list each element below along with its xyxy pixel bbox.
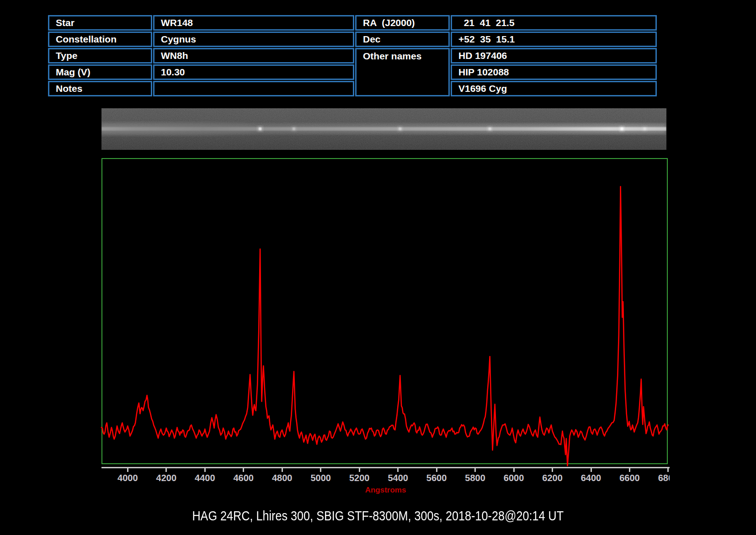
x-axis-tick (165, 468, 167, 472)
table-row: Mag (V) 10.30 HIP 102088 (48, 64, 657, 80)
notes-value (153, 81, 354, 96)
x-axis-tick (436, 468, 437, 472)
x-axis-tick (474, 468, 476, 472)
x-axis-tick-label: 5800 (465, 473, 485, 483)
mag-label: Mag (V) (48, 64, 152, 80)
table-row: Type WN8h Other names HD 197406 (48, 48, 657, 64)
x-axis-tick-label: 5400 (388, 473, 408, 483)
x-axis-tick (359, 468, 360, 472)
x-axis-title: Angstroms (101, 486, 670, 495)
dec-value: +52 35 15.1 (451, 32, 657, 47)
x-axis-tick (127, 468, 128, 472)
spectrum-strip-image (101, 108, 666, 150)
x-axis-tick (397, 468, 399, 472)
ra-label: RA (J2000) (355, 15, 450, 31)
caption-text: HAG 24RC, Lhires 300, SBIG STF-8300M, 30… (192, 508, 564, 524)
x-axis-tick (513, 468, 515, 472)
constellation-value: Cygnus (153, 32, 354, 47)
report-page: Star WR148 RA (J2000) 21 41 21.5 Constel… (0, 0, 756, 535)
x-axis-tick (552, 468, 553, 472)
x-axis-tick-label: 6000 (504, 473, 524, 483)
emission-knot-core (620, 127, 623, 130)
x-axis-tick-label: 4000 (117, 473, 138, 483)
other-names-label: Other names (355, 48, 450, 96)
emission-knot-core (259, 127, 261, 130)
caption: HAG 24RC, Lhires 300, SBIG STF-8300M, 30… (0, 508, 756, 524)
x-axis-tick-label: 6600 (619, 473, 640, 483)
x-axis-line (101, 467, 670, 468)
strip-band-core (101, 127, 666, 131)
x-axis-tick-label: 5200 (349, 473, 370, 483)
emission-knot-core (488, 127, 491, 130)
x-axis-tick-label: 6800 (658, 473, 670, 483)
other-name-3: V1696 Cyg (451, 81, 657, 96)
notes-label: Notes (48, 81, 152, 96)
x-axis-tick-label: 4800 (272, 473, 293, 483)
x-axis-tick (320, 468, 321, 472)
emission-knot-core (399, 127, 401, 130)
spectrum-plot (101, 158, 668, 464)
x-axis-tick (667, 468, 669, 472)
other-name-2: HIP 102088 (451, 64, 657, 80)
table-row: Constellation Cygnus Dec +52 35 15.1 (48, 32, 657, 47)
star-value: WR148 (153, 15, 354, 31)
x-axis-tick-label: 4400 (195, 473, 215, 483)
x-axis-tick-label: 6200 (542, 473, 563, 483)
other-name-1: HD 197406 (451, 48, 657, 64)
x-axis-tick-label: 5000 (310, 473, 331, 483)
emission-knot-core (293, 127, 295, 130)
constellation-label: Constellation (48, 32, 152, 47)
dec-label: Dec (355, 32, 450, 47)
x-axis-tick-label: 5600 (426, 473, 447, 483)
table-row: Notes V1696 Cyg (48, 81, 657, 96)
emission-knot-core (643, 127, 646, 130)
type-value: WN8h (153, 48, 354, 64)
x-axis-tick (282, 468, 283, 472)
spectrum-trace (101, 186, 668, 466)
x-axis-tick-label: 6400 (581, 473, 602, 483)
table-row: Star WR148 RA (J2000) 21 41 21.5 (48, 15, 657, 31)
x-axis-tick (629, 468, 630, 472)
spectrum-strip-svg (101, 108, 666, 150)
type-label: Type (48, 48, 152, 64)
x-axis: Angstroms 400042004400460048005000520054… (101, 467, 670, 495)
star-label: Star (48, 15, 152, 31)
x-axis-tick (204, 468, 206, 472)
x-axis-tick-label: 4200 (156, 473, 177, 483)
mag-value: 10.30 (153, 64, 354, 80)
x-axis-tick-label: 4600 (234, 473, 254, 483)
x-axis-tick (591, 468, 592, 472)
ra-value: 21 41 21.5 (451, 15, 657, 31)
spectrum-plot-svg (102, 159, 667, 463)
star-info-table: Star WR148 RA (J2000) 21 41 21.5 Constel… (47, 14, 658, 97)
x-axis-tick (243, 468, 244, 472)
